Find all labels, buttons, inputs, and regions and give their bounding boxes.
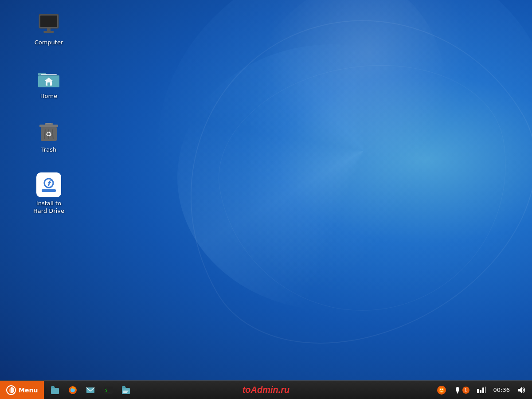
notification-button[interactable]: 1 [452, 381, 471, 399]
svg-rect-38 [477, 389, 479, 393]
computer-icon[interactable]: Computer [27, 9, 71, 49]
notification-badge: 1 [462, 387, 469, 394]
home-icon-label: Home [40, 93, 57, 100]
svg-rect-20 [42, 189, 56, 192]
svg-marker-42 [518, 387, 522, 393]
mail-taskbar-button[interactable] [82, 382, 98, 398]
svg-rect-30 [123, 391, 128, 392]
computer-icon-image [36, 12, 61, 36]
volume-button[interactable] [515, 381, 528, 399]
files-icon [50, 385, 60, 395]
trash-icon[interactable]: ♻ Trash [27, 116, 71, 156]
install-icon[interactable]: f Install to Hard Drive [27, 170, 71, 218]
trash-icon-label: Trash [41, 146, 56, 154]
watermark-text: toAdmin.ru [243, 385, 290, 395]
svg-rect-31 [123, 392, 127, 393]
bell-icon [454, 386, 462, 394]
svg-rect-39 [480, 390, 481, 393]
computer-icon-label: Computer [35, 39, 63, 47]
terminal-taskbar-button[interactable]: $_ [100, 382, 116, 398]
trash-icon-image: ♻ [36, 119, 61, 144]
svg-text:♻: ♻ [46, 130, 52, 138]
desktop-icons-area: Computer Home [27, 9, 71, 217]
svg-rect-22 [51, 388, 59, 394]
home-icon-image [36, 65, 61, 90]
svg-rect-3 [43, 31, 54, 33]
desktop: Computer Home [0, 0, 532, 399]
install-icon-image: f [36, 172, 61, 197]
filemanager-icon [121, 385, 131, 395]
background-swirl-1 [124, 0, 532, 399]
watermark: toAdmin.ru [243, 385, 290, 395]
svg-rect-40 [482, 387, 484, 393]
time-text: 00:36 [493, 387, 510, 393]
svg-rect-13 [46, 123, 51, 124]
taskbar: Menu [0, 380, 532, 399]
taskbar-right-area: 1 00:36 [435, 381, 532, 399]
svg-rect-9 [47, 82, 50, 86]
network-button[interactable] [475, 381, 488, 399]
firefox-taskbar-button[interactable] [65, 382, 81, 398]
svg-rect-6 [41, 74, 57, 75]
svg-rect-41 [485, 387, 486, 393]
svg-rect-29 [123, 390, 129, 391]
volume-icon [517, 386, 526, 394]
menu-button[interactable]: Menu [0, 381, 44, 399]
system-tray-app-icon [437, 385, 446, 395]
svg-point-37 [457, 392, 458, 393]
clock-display[interactable]: 00:36 [492, 381, 512, 399]
terminal-icon: $_ [103, 385, 113, 395]
firefox-icon [68, 385, 78, 395]
fedora-logo-icon [6, 385, 16, 395]
svg-rect-1 [40, 16, 57, 27]
svg-text:$_: $_ [105, 388, 110, 392]
taskbar-separator-1 [45, 383, 45, 397]
menu-label: Menu [19, 387, 38, 394]
svg-point-33 [439, 387, 444, 393]
filemanager-taskbar-button[interactable] [118, 382, 134, 398]
mail-icon [86, 385, 95, 395]
files-taskbar-button[interactable] [47, 382, 63, 398]
install-icon-label: Install to Hard Drive [29, 200, 68, 215]
svg-point-34 [440, 388, 441, 390]
home-icon[interactable]: Home [27, 63, 71, 103]
network-icon [477, 386, 486, 394]
applet-icon[interactable] [435, 381, 448, 399]
svg-point-35 [442, 388, 443, 390]
svg-rect-2 [47, 28, 51, 31]
